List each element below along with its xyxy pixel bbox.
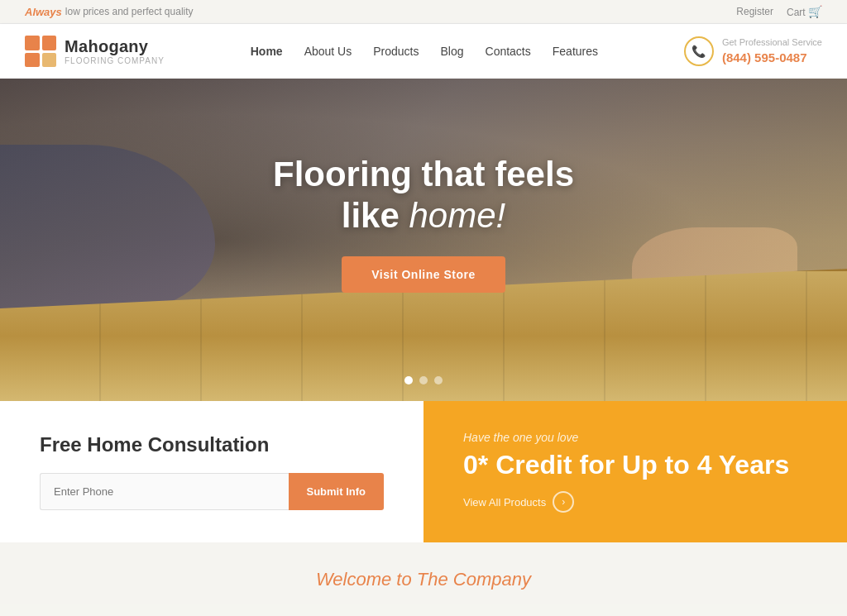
welcome-section: Welcome to The Company: [0, 542, 847, 604]
nav-features[interactable]: Features: [553, 45, 598, 58]
submit-button[interactable]: Submit Info: [289, 473, 385, 510]
view-all-link[interactable]: View All Products ›: [463, 491, 807, 513]
slider-dots: [404, 376, 443, 384]
consultation-section: Free Home Consultation Submit Info: [0, 401, 424, 542]
credit-tagline: Have the one you love: [463, 431, 807, 444]
phone-text: Get Professional Service (844) 595-0487: [722, 36, 822, 66]
welcome-title: Welcome to The Company: [25, 569, 822, 590]
phone-area: 📞 Get Professional Service (844) 595-048…: [684, 36, 822, 66]
credit-section: Have the one you love 0* Credit for Up t…: [424, 401, 847, 542]
tagline: Always low prices and perfect quality: [25, 6, 194, 18]
nav-blog[interactable]: Blog: [440, 45, 463, 58]
hero-headline: Flooring that feels like home!: [273, 154, 574, 237]
slider-dot-2[interactable]: [419, 376, 428, 384]
cta-button[interactable]: Visit Online Store: [342, 256, 505, 293]
register-link[interactable]: Register: [736, 6, 773, 17]
view-all-arrow: ›: [553, 491, 574, 513]
two-col-section: Free Home Consultation Submit Info Have …: [0, 401, 847, 542]
top-bar-right: Register Cart 🛒: [736, 5, 822, 18]
hero-section: Flooring that feels like home! Visit Onl…: [0, 79, 847, 401]
tagline-prefix: Always: [25, 6, 62, 18]
slider-dot-3[interactable]: [434, 376, 443, 384]
logo-text: Mahogany Flooring company: [65, 37, 165, 65]
slider-dot-1[interactable]: [404, 376, 413, 384]
credit-headline: 0* Credit for Up to 4 Years: [463, 451, 807, 480]
phone-icon: 📞: [684, 36, 714, 66]
tagline-rest: low prices and perfect quality: [65, 6, 194, 17]
consultation-form: Submit Info: [40, 473, 384, 510]
main-nav: Home About Us Products Blog Contacts Fea…: [251, 45, 598, 58]
nav-contacts[interactable]: Contacts: [486, 45, 531, 58]
nav-home[interactable]: Home: [251, 45, 283, 58]
logo: Mahogany Flooring company: [25, 36, 165, 67]
phone-input[interactable]: [40, 473, 289, 510]
nav-about[interactable]: About Us: [304, 45, 352, 58]
nav-products[interactable]: Products: [373, 45, 419, 58]
cart-link[interactable]: Cart 🛒: [787, 5, 822, 18]
consultation-title: Free Home Consultation: [40, 433, 384, 456]
header: Mahogany Flooring company Home About Us …: [0, 24, 847, 79]
cart-icon: 🛒: [808, 5, 822, 18]
logo-icon: [25, 36, 56, 67]
hero-content: Flooring that feels like home! Visit Onl…: [273, 154, 574, 294]
top-bar: Always low prices and perfect quality Re…: [0, 0, 847, 24]
